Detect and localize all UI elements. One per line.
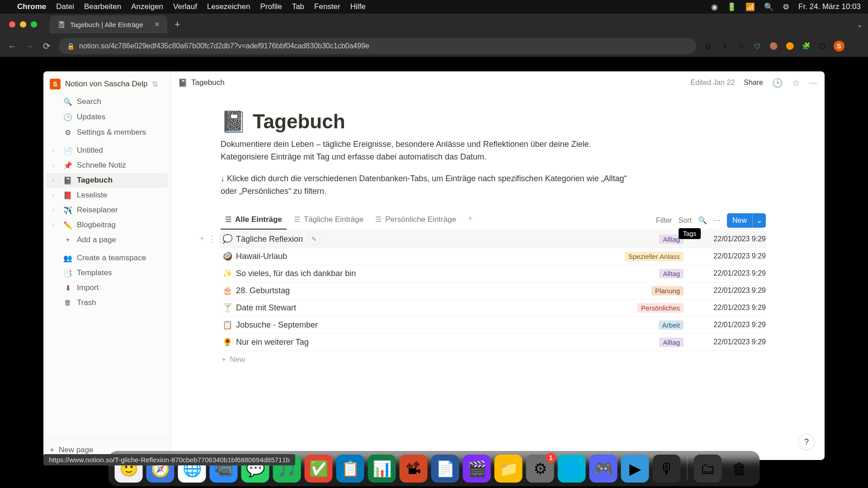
tabs-overflow-icon[interactable]: ⌄ [857, 20, 863, 29]
dock-app[interactable]: 🗂 [694, 455, 722, 483]
chevron-right-icon[interactable]: › [52, 147, 59, 154]
database-row[interactable]: + ⋮⋮ 🍸 Date mit Stewart ✎ Persönliches 2… [221, 300, 766, 317]
menubar-item[interactable]: Lesezeichen [207, 2, 250, 11]
page-title[interactable]: Tagebuch [253, 110, 345, 133]
chevron-right-icon[interactable]: › [52, 162, 59, 169]
page-instructions[interactable]: ↓ Klicke dich durch die verschiedenen Da… [221, 173, 637, 198]
control-center-icon[interactable]: ⚙ [783, 2, 789, 12]
sort-button[interactable]: Sort [679, 216, 692, 224]
extensions-menu-icon[interactable]: 🧩 [801, 41, 811, 51]
sidebar-page[interactable]: ›📕Leseliste [46, 188, 168, 202]
chrome-menu-icon[interactable]: ⋮ [851, 41, 861, 51]
sidepanel-icon[interactable]: ▢ [817, 41, 827, 51]
dock-app[interactable]: 🎬 [463, 455, 491, 483]
chevron-right-icon[interactable]: › [52, 222, 59, 228]
new-button[interactable]: New ⌄ [727, 213, 766, 228]
dock-app[interactable]: 📋 [336, 455, 364, 483]
db-tab[interactable]: ☰Persönliche Einträge [371, 211, 461, 230]
sidebar-trash[interactable]: 🗑Trash [46, 296, 168, 310]
dock-app[interactable]: ⚙1 [526, 455, 554, 483]
sidebar-page[interactable]: ›✏️Blogbeitrag [46, 218, 168, 232]
dock-app[interactable]: 🌐 [558, 455, 586, 483]
chevron-right-icon[interactable]: › [52, 192, 59, 198]
sidebar-page[interactable]: ›📌Schnelle Notiz [46, 158, 168, 173]
close-tab-icon[interactable]: ✕ [154, 20, 160, 28]
menubar-clock[interactable]: Fr. 24. März 10:03 [798, 2, 861, 11]
wifi-icon[interactable]: 📶 [745, 2, 755, 12]
dock-app[interactable]: 📊 [368, 455, 396, 483]
row-tag[interactable]: Spezieller Anlass [625, 252, 684, 261]
profile-avatar[interactable]: S [834, 41, 844, 52]
menubar-item[interactable]: Anzeigen [131, 2, 163, 11]
database-row[interactable]: + ⋮⋮ 📋 Jobsuche - September ✎ Arbeit 22/… [221, 317, 766, 334]
new-tab-button[interactable]: + [172, 19, 183, 30]
page-emoji-icon[interactable]: 📓 [221, 109, 246, 134]
add-view-button[interactable]: + [463, 211, 477, 230]
reload-button[interactable]: ⟳ [42, 41, 52, 52]
workspace-switcher[interactable]: S Notion von Sascha Delp ⇅ [43, 71, 170, 94]
help-button[interactable]: ? [798, 434, 815, 450]
menubar-item[interactable]: Verlauf [173, 2, 197, 11]
extension-icon[interactable]: 🟠 [785, 41, 795, 51]
sidebar-add-page[interactable]: +Add a page [46, 233, 168, 247]
favorite-icon[interactable]: ☆ [792, 78, 800, 88]
page-description[interactable]: Dokumentiere dein Leben – tägliche Ereig… [221, 138, 591, 164]
db-tab-active[interactable]: ☰Alle Einträge [221, 211, 287, 230]
battery-icon[interactable]: 🔋 [727, 2, 736, 12]
menubar-app-name[interactable]: Chrome [17, 2, 46, 11]
browser-tab[interactable]: 📓 Tagebuch | Alle Einträge ✕ [50, 15, 167, 33]
star-icon[interactable]: ☆ [736, 41, 746, 51]
row-tag[interactable]: Alltag [659, 269, 684, 278]
minimize-window-button[interactable] [20, 21, 26, 28]
sidebar-page-active[interactable]: ›📓Tagebuch [46, 173, 168, 188]
dock-app[interactable]: 🎙 [653, 455, 681, 483]
more-icon[interactable]: ⋯ [809, 78, 817, 88]
sidebar-search[interactable]: 🔍Search [46, 94, 168, 109]
menubar-item[interactable]: Fenster [314, 2, 340, 11]
database-row[interactable]: + ⋮⋮ 🌻 Nur ein weiterer Tag ✎ Alltag 22/… [221, 334, 766, 351]
sidebar-settings[interactable]: ⚙Settings & members [46, 125, 168, 140]
maximize-window-button[interactable] [31, 21, 37, 28]
menubar-item[interactable]: Bearbeiten [84, 2, 121, 11]
db-tab[interactable]: ☰Tägliche Einträge [289, 211, 368, 230]
share-button[interactable]: Share [744, 79, 763, 87]
record-icon[interactable]: ◉ [711, 2, 718, 12]
chevron-down-icon[interactable]: ⌄ [752, 213, 766, 228]
database-row[interactable]: + ⋮⋮ ✨ So vieles, für das ich dankbar bi… [221, 265, 766, 282]
row-tag[interactable]: Persönliches [637, 303, 684, 313]
back-button[interactable]: ← [7, 41, 17, 52]
search-icon[interactable]: 🔍 [764, 2, 774, 12]
sidebar-updates[interactable]: 🕒Updates [46, 110, 168, 124]
row-tag[interactable]: Planung [651, 286, 684, 296]
dock-trash[interactable]: 🗑 [726, 455, 754, 483]
sidebar-templates[interactable]: 📑Templates [46, 266, 168, 280]
database-row[interactable]: + ⋮⋮ 🥥 Hawaii-Urlaub ✎ Spezieller Anlass… [221, 248, 766, 265]
menubar-item[interactable]: Hilfe [350, 2, 366, 11]
dock-app[interactable]: 📁 [495, 455, 523, 483]
menubar-item[interactable]: Datei [56, 2, 74, 11]
drag-handle-icon[interactable]: ⋮⋮ [208, 234, 218, 244]
dock-app[interactable]: ✅ [305, 455, 333, 483]
chevron-right-icon[interactable]: › [52, 207, 59, 213]
row-tag[interactable]: Arbeit [659, 320, 684, 330]
filter-button[interactable]: Filter [656, 216, 672, 225]
menubar-item[interactable]: Tab [292, 2, 304, 11]
sidebar-page[interactable]: ›📄Untitled [46, 143, 168, 158]
add-row-icon[interactable]: + [197, 234, 207, 244]
chevron-right-icon[interactable]: › [52, 177, 59, 183]
database-row[interactable]: + ⋮⋮ 🎂 28. Geburtstag ✎ Planung 22/01/20… [221, 282, 766, 300]
translate-icon[interactable]: G [703, 41, 713, 51]
dock-app[interactable]: 🎮 [590, 455, 618, 483]
extension-icon[interactable]: 🟤 [769, 41, 778, 51]
dock-app[interactable]: 📄 [431, 455, 459, 483]
updates-icon[interactable]: 🕒 [772, 78, 783, 88]
menubar-item[interactable]: Profile [260, 2, 282, 11]
dock-app[interactable]: ▶ [621, 455, 649, 483]
search-icon[interactable]: 🔍 [698, 216, 707, 225]
breadcrumb[interactable]: 📓 Tagebuch [178, 78, 225, 88]
edit-row-icon[interactable]: ✎ [308, 234, 320, 244]
address-bar[interactable]: 🔒 notion.so/4c786e029edf435c80a67b00fc7d… [59, 38, 696, 54]
extension-icon[interactable]: 🛡 [752, 41, 762, 51]
dock-app[interactable]: 📽 [400, 455, 428, 483]
more-icon[interactable]: ⋯ [713, 216, 721, 225]
